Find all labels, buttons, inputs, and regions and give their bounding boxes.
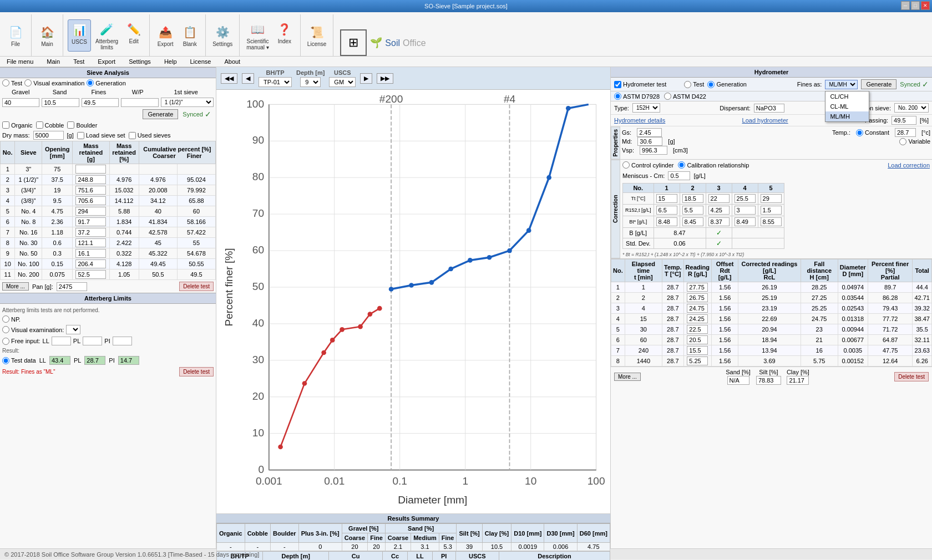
clay-val: 10.5 bbox=[482, 543, 511, 551]
sieve-row: 3 (3/4)" 19 15.032 20.008 79.992 bbox=[1, 185, 216, 196]
menu-test[interactable]: Test bbox=[71, 58, 87, 65]
menu-license[interactable]: License bbox=[188, 58, 214, 65]
maximize-button[interactable]: □ bbox=[911, 1, 920, 10]
astm-d422-radio[interactable]: ASTM D422 bbox=[664, 93, 706, 100]
astm-d7928-radio[interactable]: ASTM D7928 bbox=[614, 93, 660, 100]
gsf-row: Gravel Sand Fines W/P 1st sieve bbox=[0, 88, 216, 96]
load-hydrometer-link[interactable]: Load hydrometer bbox=[742, 117, 788, 124]
toolbar-uscs-button[interactable]: 📊 USCS bbox=[68, 19, 91, 52]
silt-input[interactable] bbox=[756, 376, 781, 385]
fines-input[interactable] bbox=[82, 98, 119, 107]
menu-help[interactable]: Help bbox=[162, 58, 179, 65]
first-sieve-select[interactable]: 1 (1/2)" bbox=[161, 98, 214, 107]
pan-input[interactable] bbox=[57, 282, 87, 291]
cobble-checkbox[interactable]: Cobble bbox=[36, 121, 64, 129]
menu-settings[interactable]: Settings bbox=[126, 58, 153, 65]
dispersant-input[interactable] bbox=[754, 104, 784, 113]
close-button[interactable]: ✕ bbox=[921, 1, 930, 10]
hydro-delete-test-button[interactable]: Delete test bbox=[894, 372, 929, 381]
np-radio[interactable]: NP. bbox=[2, 315, 21, 323]
bh-tp-select[interactable]: TP-01 bbox=[259, 77, 292, 87]
meniscus-input[interactable] bbox=[668, 171, 690, 180]
test-data-radio[interactable]: Test data bbox=[2, 357, 36, 364]
toolbar-settings-button[interactable]: ⚙️ Settings bbox=[210, 22, 235, 48]
sieve-row: 6 No. 8 2.36 1.834 41.834 58.166 bbox=[1, 217, 216, 227]
more-button[interactable]: More ... bbox=[2, 282, 29, 291]
dropdown-item-clch[interactable]: CL/CH bbox=[825, 91, 869, 101]
vsp-input[interactable] bbox=[640, 146, 667, 155]
toolbar-edit-button[interactable]: ✏️ Edit bbox=[123, 19, 145, 52]
control-cylinder-radio[interactable]: Control cylinder bbox=[622, 161, 673, 169]
depth-select[interactable]: 9 bbox=[300, 77, 321, 87]
toolbar-main-button[interactable]: 🏠 Main bbox=[36, 22, 58, 48]
menu-main[interactable]: Main bbox=[44, 58, 62, 65]
calibration-radio[interactable]: Calibration relationship bbox=[678, 161, 749, 169]
visual-exam-select[interactable] bbox=[66, 325, 80, 334]
toolbar-index-button[interactable]: ❓ Index bbox=[273, 19, 296, 52]
hydrometer-details-link[interactable]: Hydrometer details bbox=[614, 117, 665, 124]
organic-checkbox[interactable]: Organic bbox=[2, 121, 33, 129]
menu-export[interactable]: Export bbox=[95, 58, 118, 65]
nav-next-button[interactable]: ▶ bbox=[360, 73, 372, 84]
pl-free-input[interactable] bbox=[83, 337, 102, 345]
col-depth2: Depth [m] bbox=[263, 552, 329, 560]
dropdown-item-clml[interactable]: CL-ML bbox=[825, 101, 869, 111]
sand-input[interactable] bbox=[727, 376, 749, 385]
nav-prev-button[interactable]: ◀ bbox=[242, 73, 254, 84]
boulder-checkbox[interactable]: Boulder bbox=[67, 121, 97, 129]
ll-free-input[interactable] bbox=[52, 337, 71, 345]
free-input-radio[interactable]: Free input: bbox=[2, 338, 40, 345]
temp-variable-radio[interactable]: Variable bbox=[899, 138, 930, 145]
main-icon: 🏠 bbox=[38, 23, 56, 41]
md-input[interactable] bbox=[637, 137, 662, 146]
pi-test-input[interactable] bbox=[118, 356, 139, 365]
passing-input[interactable] bbox=[892, 116, 916, 125]
hydro-generate-button[interactable]: Generate bbox=[861, 79, 896, 89]
toolbar-blank-button[interactable]: 📋 Blank bbox=[179, 22, 201, 48]
pi-free-input[interactable] bbox=[113, 337, 132, 345]
gravel-input[interactable] bbox=[2, 98, 39, 107]
uscs-select[interactable]: GM bbox=[329, 77, 356, 87]
minimize-button[interactable]: ─ bbox=[901, 1, 910, 10]
used-sieves-checkbox[interactable]: Used sieves bbox=[129, 132, 171, 139]
hydro-test-checkbox[interactable]: Hydrometer test bbox=[614, 81, 666, 88]
menu-file[interactable]: File menu bbox=[4, 58, 36, 65]
fines-as-select[interactable]: ML/MH CL/CH CL-ML bbox=[825, 80, 858, 89]
hydro-more-button[interactable]: More ... bbox=[614, 373, 641, 381]
sand-input[interactable] bbox=[42, 98, 79, 107]
sieve-delete-test-button[interactable]: Delete test bbox=[179, 282, 214, 291]
mode-generation-radio[interactable]: Generation bbox=[87, 79, 125, 86]
toolbar-export-button[interactable]: 📤 Export bbox=[154, 22, 176, 48]
toolbar-file-button[interactable]: 📄 File bbox=[4, 22, 27, 48]
std-dev-value: 0.06 bbox=[654, 238, 706, 249]
mode-test-radio[interactable]: Test bbox=[2, 79, 22, 86]
sep-sieve-select[interactable]: No. 200 bbox=[894, 103, 929, 113]
hydro-generation-radio[interactable]: Generation bbox=[707, 81, 746, 88]
dropdown-item-mlmh[interactable]: ML/MH bbox=[825, 111, 869, 121]
nav-first-button[interactable]: ◀◀ bbox=[221, 73, 237, 84]
ll-test-input[interactable] bbox=[49, 356, 70, 365]
load-correction-link[interactable]: Load correction bbox=[888, 162, 930, 169]
hydro-test-radio[interactable]: Test bbox=[684, 81, 704, 88]
passing-unit: [%] bbox=[920, 117, 929, 124]
sieve-generate-button[interactable]: Generate bbox=[143, 109, 178, 119]
gs-input[interactable] bbox=[637, 128, 662, 137]
wp-input[interactable] bbox=[121, 98, 158, 107]
toolbar-atterberg-button[interactable]: 🧪 Atterberglimits bbox=[93, 19, 120, 52]
visual-exam-radio[interactable]: Visual examination: bbox=[2, 326, 64, 333]
menu-about[interactable]: About bbox=[222, 58, 242, 65]
toolbar-license-button[interactable]: 📜 License bbox=[305, 22, 328, 48]
temp-constant-radio[interactable]: Constant bbox=[856, 129, 889, 136]
load-sieve-set-btn[interactable]: Load sieve set bbox=[77, 132, 125, 139]
temp-input[interactable] bbox=[895, 128, 916, 137]
nav-last-button[interactable]: ▶▶ bbox=[377, 73, 393, 84]
dry-mass-input[interactable] bbox=[33, 131, 64, 140]
toolbar-group-license: 📜 License bbox=[303, 14, 333, 56]
type-select[interactable]: 152H bbox=[632, 103, 660, 113]
atterberg-delete-test-button[interactable]: Delete test bbox=[179, 367, 214, 376]
toolbar-scientific-button[interactable]: 📖 Scientificmanual ▾ bbox=[244, 19, 271, 52]
mode-visual-radio[interactable]: Visual examination bbox=[24, 79, 84, 86]
clay-input[interactable] bbox=[787, 376, 809, 385]
d10-val: 0.0019 bbox=[511, 543, 544, 551]
pl-test-input[interactable] bbox=[84, 356, 105, 365]
